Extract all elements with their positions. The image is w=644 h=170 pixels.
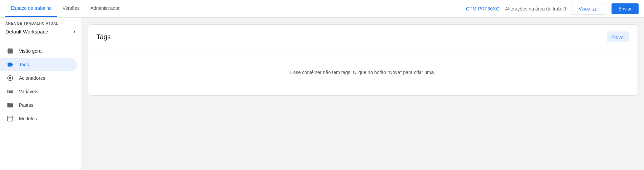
- sidebar-item-tags-label: Tags: [19, 62, 29, 67]
- new-tag-button[interactable]: Nova: [607, 31, 629, 42]
- main-content: Tags Nova Esse contêiner não tem tags. C…: [81, 18, 644, 170]
- send-button[interactable]: Enviar: [612, 3, 639, 14]
- nav-right: GTM-PRF36XG Alterações na área de trab: …: [466, 3, 639, 15]
- nav-tabs: Espaço de trabalho Versões Administrador: [5, 0, 125, 17]
- overview-icon: [7, 48, 14, 54]
- sidebar-item-variables[interactable]: Variáveis: [0, 85, 77, 98]
- workspace-name-text: Default Workspace: [5, 29, 48, 34]
- sidebar-item-templates-label: Modelos: [19, 116, 37, 121]
- sidebar-item-tags[interactable]: Tags: [0, 58, 77, 71]
- workspace-changes: Alterações na área de trab: 0: [505, 6, 566, 11]
- sidebar-item-triggers-label: Acionadores: [19, 75, 45, 81]
- empty-state: Esse contêiner não tem tags. Clique no b…: [88, 49, 637, 95]
- sidebar-item-overview-label: Visão geral: [19, 48, 43, 54]
- workspace-section: ÁREA DE TRABALHO ATUAL Default Workspace…: [0, 18, 81, 40]
- empty-state-message: Esse contêiner não tem tags. Clique no b…: [290, 70, 435, 75]
- tab-workspace[interactable]: Espaço de trabalho: [5, 0, 57, 17]
- workspace-section-label: ÁREA DE TRABALHO ATUAL: [5, 22, 75, 25]
- sidebar-item-overview[interactable]: Visão geral: [0, 44, 77, 58]
- preview-button[interactable]: Visualizar: [572, 3, 606, 15]
- content-title: Tags: [96, 33, 111, 41]
- top-nav: Espaço de trabalho Versões Administrador…: [0, 0, 644, 18]
- tab-admin[interactable]: Administrador: [85, 0, 125, 17]
- layout: ÁREA DE TRABALHO ATUAL Default Workspace…: [0, 18, 644, 170]
- svg-rect-2: [8, 116, 13, 121]
- sidebar: ÁREA DE TRABALHO ATUAL Default Workspace…: [0, 18, 81, 170]
- sidebar-item-folders-label: Pastas: [19, 102, 34, 108]
- workspace-name-item[interactable]: Default Workspace ›: [5, 27, 75, 36]
- sidebar-item-templates[interactable]: Modelos: [0, 112, 77, 125]
- container-id: GTM-PRF36XG: [466, 6, 500, 11]
- chevron-right-icon: ›: [74, 29, 75, 34]
- triggers-icon: [7, 75, 14, 81]
- sidebar-item-triggers[interactable]: Acionadores: [0, 71, 77, 85]
- variables-icon: [7, 88, 14, 95]
- templates-icon: [7, 115, 14, 122]
- sidebar-item-variables-label: Variáveis: [19, 89, 38, 94]
- content-header: Tags Nova: [88, 25, 637, 49]
- tab-versions[interactable]: Versões: [57, 0, 85, 17]
- tags-icon: [7, 61, 14, 68]
- content-card: Tags Nova Esse contêiner não tem tags. C…: [88, 24, 637, 96]
- nav-items: Visão geral Tags Acio: [0, 40, 81, 129]
- sidebar-item-folders[interactable]: Pastas: [0, 98, 77, 112]
- folders-icon: [7, 102, 14, 108]
- svg-point-1: [9, 77, 12, 79]
